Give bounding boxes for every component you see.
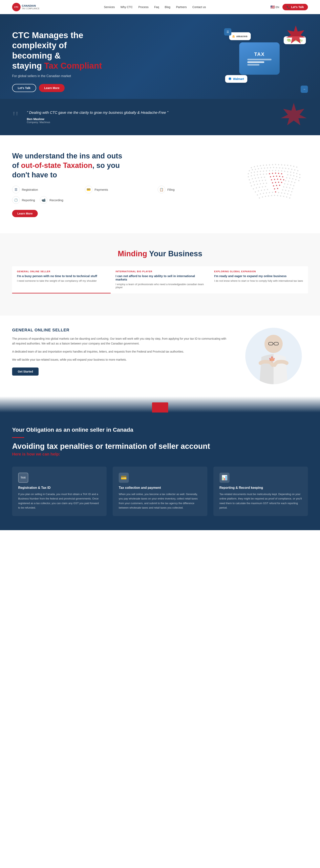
testimonial-text: " Dealing with CTC gave me the clarity t…: [27, 111, 168, 124]
icon-box-2: →: [301, 86, 308, 93]
recording-label: Recording: [50, 198, 63, 202]
maple-deco-top: [284, 24, 308, 49]
persona-title-2: I'm ready and eager to expand my online …: [214, 274, 303, 278]
svg-point-35: [254, 172, 255, 173]
persona-tab-0[interactable]: GENERAL ONLINE SELLER I'm a busy person …: [12, 266, 111, 293]
svg-point-122: [262, 186, 263, 187]
svg-point-5: [266, 164, 267, 166]
svg-point-87: [299, 177, 300, 178]
get-started-button[interactable]: Get Started: [12, 368, 38, 376]
svg-point-89: [252, 178, 253, 179]
svg-point-37: [260, 171, 261, 172]
persona-tab-2[interactable]: EXPLORING GLOBAL EXPANSION I'm ready and…: [209, 266, 308, 293]
svg-point-31: [294, 169, 295, 170]
svg-point-92: [261, 177, 262, 178]
svg-point-110: [254, 184, 255, 185]
svg-point-14: [293, 166, 294, 167]
tax-icon: TAX: [21, 476, 26, 479]
svg-point-68: [278, 182, 279, 183]
seller-title: GENERAL ONLINE SELLER: [12, 328, 227, 332]
tax-bar-1: [247, 59, 271, 60]
svg-point-57: [273, 176, 274, 177]
nav-partners[interactable]: Partners: [176, 5, 187, 9]
obligation-divider: [12, 437, 24, 438]
svg-point-99: [250, 182, 251, 183]
svg-point-41: [272, 170, 273, 171]
hero-content: CTC Manages the complexity of becoming &…: [12, 26, 109, 92]
language-toggle[interactable]: 🇺🇸 EN: [270, 5, 279, 9]
svg-point-11: [284, 164, 285, 166]
svg-point-59: [279, 176, 280, 177]
obligation-cards: TAX Registration & Tax ID If you plan on…: [12, 467, 308, 516]
seller-section: GENERAL ONLINE SELLER The process of exp…: [0, 316, 320, 396]
svg-point-2: [257, 165, 258, 167]
taxation-learn-button[interactable]: Learn More: [12, 210, 38, 217]
taxation-visual: [239, 156, 308, 213]
amazon-card: a amazon: [229, 32, 251, 40]
nav-faq[interactable]: Faq: [154, 5, 159, 9]
flag-icon: 🇺🇸: [270, 5, 275, 9]
svg-point-72: [279, 185, 280, 186]
svg-point-66: [272, 182, 273, 183]
svg-point-154: [277, 195, 278, 196]
nav-links: Services Why CTC Process Faq Blog Partne…: [104, 5, 206, 9]
navbar: CTC CANADIAN TAX COMPLIANCE Services Why…: [0, 0, 320, 14]
nav-blog[interactable]: Blog: [165, 5, 170, 9]
red-stripe-decoration: [152, 402, 168, 412]
svg-point-44: [281, 170, 282, 172]
obligation-section: Your Obligation as an online seller in C…: [0, 412, 320, 530]
svg-point-80: [260, 174, 261, 175]
svg-point-131: [264, 189, 265, 190]
svg-point-152: [271, 195, 272, 196]
nav-why-ctc[interactable]: Why CTC: [120, 5, 133, 9]
svg-point-137: [257, 194, 258, 195]
logo-icon-text: CTC: [14, 6, 19, 8]
svg-point-108: [294, 182, 295, 183]
svg-point-105: [285, 180, 286, 181]
svg-point-114: [266, 183, 267, 184]
persona-tab-1[interactable]: INTERNATIONAL BIG PLAYER I can not affor…: [111, 266, 209, 293]
walmart-label: Walmart: [233, 77, 244, 81]
svg-point-151: [268, 195, 269, 196]
lang-label: EN: [275, 6, 279, 9]
payments-label: Payments: [94, 188, 108, 191]
svg-point-39: [266, 170, 267, 172]
hero-learn-button[interactable]: Learn More: [39, 84, 65, 92]
nav-right: 🇺🇸 EN 📞 Let's Talk: [270, 4, 308, 10]
svg-point-118: [293, 185, 294, 186]
logo[interactable]: CTC CANADIAN TAX COMPLIANCE: [12, 3, 39, 11]
svg-point-58: [276, 176, 277, 177]
svg-point-84: [290, 175, 291, 176]
svg-point-70: [273, 185, 274, 186]
nav-process[interactable]: Process: [138, 5, 149, 9]
nav-contact[interactable]: Contact us: [193, 5, 206, 9]
obligation-subtitle: Avoiding tax penalties or termination of…: [12, 442, 308, 451]
nav-services[interactable]: Services: [104, 5, 115, 9]
svg-point-45: [284, 171, 285, 172]
person-svg: 🍁: [249, 328, 298, 384]
phone-icon: 📞: [287, 5, 290, 9]
svg-point-32: [297, 170, 298, 171]
svg-point-112: [260, 183, 261, 184]
hero-title: CTC Manages the complexity of becoming &…: [12, 30, 109, 71]
svg-point-85: [293, 175, 294, 176]
hero-talk-button[interactable]: Let's Talk: [12, 84, 36, 92]
obligation-card-title-2: Reporting & Record keeping: [220, 486, 302, 490]
persona-label-1: INTERNATIONAL BIG PLAYER: [115, 270, 204, 273]
svg-point-146: [287, 193, 288, 194]
testimonial-quote: " Dealing with CTC gave me the clarity t…: [27, 111, 168, 115]
svg-point-16: [249, 170, 250, 171]
svg-point-147: [290, 194, 291, 195]
lets-talk-button[interactable]: 📞 Let's Talk: [283, 4, 308, 10]
svg-point-123: [265, 186, 266, 187]
persona-title-1: I can not afford to lose my ability to s…: [115, 274, 204, 281]
tax-card: TAX: [239, 42, 280, 75]
svg-point-78: [254, 175, 255, 176]
walmart-icon: ✱: [228, 77, 231, 81]
svg-point-33: [248, 173, 249, 174]
seller-para-0: The process of expanding into global mar…: [12, 336, 227, 346]
obligation-icon-2: 📊: [220, 473, 230, 483]
svg-point-36: [257, 171, 258, 172]
svg-point-73: [274, 188, 275, 189]
svg-point-65: [283, 179, 284, 180]
